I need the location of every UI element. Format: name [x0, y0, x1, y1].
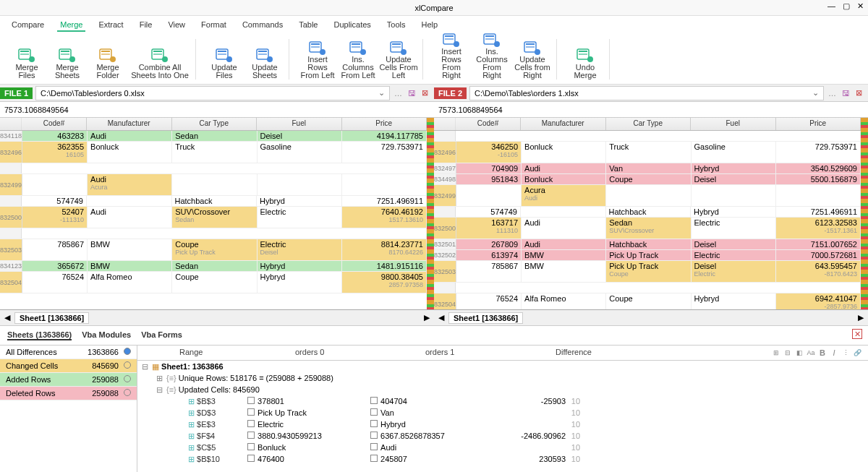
summary-row[interactable]: All Differences1363866 [0, 346, 137, 359]
col-Manufacturer[interactable]: Manufacturer [521, 118, 606, 130]
left-grid[interactable]: 834118463283AudiSedanDeisel4194.11778583… [0, 131, 427, 309]
diff-item[interactable]: ⊞ $C$5BonluckAudi10 [137, 442, 868, 453]
diff-item[interactable]: ⊞ $F$43880.94305992136367.8526878357-248… [137, 430, 868, 442]
icon[interactable]: ◧ [794, 348, 804, 358]
left-formula[interactable]: 7573.1068849564 [0, 102, 434, 118]
close-icon[interactable]: ✕ [857, 1, 864, 11]
menu-duplicates[interactable]: Duplicates [331, 19, 373, 32]
ribbon-merge-files[interactable]: Merge Files [7, 39, 46, 80]
diff-root[interactable]: ⊟▦ Sheet1: 1363866 [137, 361, 868, 372]
col-Price[interactable]: Price [342, 118, 427, 130]
table-row[interactable] [0, 228, 427, 239]
ribbon-ins-rows-l[interactable]: Insert Rows From Left [298, 39, 337, 80]
table-row[interactable] [434, 283, 861, 293]
maximize-icon[interactable]: ▢ [843, 1, 850, 11]
summary-row[interactable]: Deleted Rows259088 [0, 387, 137, 400]
table-row[interactable]: 83250476524Alfa RomeoCoupeHybryd9800.384… [0, 272, 427, 293]
table-row[interactable]: 832503785867BMWCoupePick Up TrackElectri… [0, 239, 427, 261]
ribbon-upd-cells-l[interactable]: Update Cells From Left [379, 39, 418, 80]
ribbon-merge-sheets[interactable]: Merge Sheets [48, 39, 87, 80]
save-icon[interactable]: 🖫 [407, 89, 417, 98]
col-Code#[interactable]: Code# [22, 118, 87, 130]
ribbon-merge-folder[interactable]: Merge Folder [88, 39, 127, 80]
ribbon-combine[interactable]: Combine All Sheets Into One [129, 39, 191, 80]
col-Manufacturer[interactable]: Manufacturer [87, 118, 172, 130]
sheet-tab[interactable]: Sheet1 [1363866] [14, 312, 89, 324]
close-file-icon[interactable]: ⊠ [420, 88, 430, 98]
diff-item[interactable]: ⊞ $B$3378801404704-2590310 [137, 395, 868, 407]
icon[interactable]: ⋮ [841, 348, 851, 358]
ribbon-update-sheets[interactable]: Update Sheets [245, 39, 284, 80]
ribbon-update-files[interactable]: Update Files [205, 39, 244, 80]
diff-item[interactable]: ⊞ $B$1047640024580723059310 [137, 453, 868, 465]
diff-item[interactable]: ⊞ $D$3Pick Up TrackVan10 [137, 407, 868, 419]
table-row[interactable]: 832503785867BMWPick Up TrackCoupeDeiselE… [434, 261, 861, 283]
right-formula[interactable]: 7573.1068849564 [434, 102, 868, 118]
ribbon-ins-rows-r[interactable]: Insert Rows From Right [432, 39, 471, 80]
table-row[interactable] [0, 163, 427, 174]
menu-commands[interactable]: Commands [239, 19, 286, 32]
dots-icon[interactable]: … [393, 89, 404, 98]
diff-scroll-strip[interactable] [861, 118, 868, 309]
menu-compare[interactable]: Compare [9, 19, 47, 32]
table-row[interactable]: 834123365672BMWSedanHybryd1481.915116 [0, 261, 427, 272]
menu-view[interactable]: View [165, 19, 188, 32]
col-Fuel[interactable]: Fuel [257, 118, 342, 130]
icon[interactable]: Aa [806, 348, 816, 358]
table-row[interactable]: 83250476524Alfa RomeoCoupeHybryd6942.410… [434, 293, 861, 309]
diff-scroll-strip[interactable] [427, 118, 434, 309]
dots-icon[interactable]: … [827, 89, 838, 98]
ribbon-upd-cells-r[interactable]: Update Cells from Right [513, 39, 552, 80]
summary-row[interactable]: Changed Cells845690 [0, 359, 137, 373]
menu-help[interactable]: Help [419, 19, 441, 32]
col-Price[interactable]: Price [776, 118, 861, 130]
chevron-down-icon[interactable]: ⌄ [812, 88, 819, 98]
table-row[interactable]: 832502613974BMWPick Up TrackElectric7000… [434, 250, 861, 261]
diff-unique[interactable]: ⊞{≡} Unique Rows: 518176 = (259088 + 259… [137, 372, 868, 384]
table-row[interactable]: 832501267809AudiHatchbackDeisel7151.0076… [434, 239, 861, 250]
table-row[interactable]: 574749HatchbackHybryd7251.496911 [434, 207, 861, 218]
left-path-input[interactable]: C:\Demo\Tables\orders 0.xlsx ⌄ [35, 86, 390, 100]
italic-icon[interactable]: I [829, 348, 839, 358]
col-Code#[interactable]: Code# [456, 118, 521, 130]
close-panel-icon[interactable]: ✕ [852, 329, 862, 339]
ribbon-ins-cols-l[interactable]: Ins. Columns From Left [339, 39, 378, 80]
sheet-nav-next-icon[interactable]: ▶ [424, 313, 430, 322]
table-row[interactable]: 83249636235516105BonluckTruckGasoline729… [0, 142, 427, 163]
ribbon-ins-cols-r[interactable]: Ins. Columns From Right [472, 39, 511, 80]
diff-rows[interactable]: ⊟▦ Sheet1: 1363866 ⊞{≡} Unique Rows: 518… [137, 361, 868, 472]
table-row[interactable]: 834498951843BonluckCoupeDeisel5500.15687… [434, 174, 861, 185]
col-Car Type[interactable]: Car Type [606, 118, 692, 130]
menu-extract[interactable]: Extract [95, 19, 126, 32]
col-Car Type[interactable]: Car Type [172, 118, 258, 130]
lower-tab[interactable]: Sheets (1363866) [7, 330, 72, 340]
table-row[interactable]: 832499AudiAcura [0, 174, 427, 196]
col-Fuel[interactable]: Fuel [691, 118, 776, 130]
table-row[interactable]: 832500163717111310AudiSedanSUV\Crossover… [434, 218, 861, 239]
lower-tab[interactable]: Vba Modules [82, 330, 131, 340]
sheet-tab[interactable]: Sheet1 [1363866] [448, 312, 523, 324]
sheet-nav-next-icon[interactable]: ▶ [858, 313, 864, 322]
menu-table[interactable]: Table [296, 19, 320, 32]
menu-merge[interactable]: Merge [57, 19, 85, 32]
sheet-nav-prev-icon[interactable]: ◀ [4, 313, 10, 322]
table-row[interactable]: 832497704909AudiVanHybryd3540.529609 [434, 163, 861, 174]
chevron-down-icon[interactable]: ⌄ [378, 88, 385, 98]
summary-row[interactable]: Added Rows259088 [0, 373, 137, 387]
table-row[interactable]: 574749HatchbackHybryd7251.496911 [0, 196, 427, 207]
menu-file[interactable]: File [137, 19, 156, 32]
ribbon-undo[interactable]: Undo Merge [566, 39, 605, 80]
close-file-icon[interactable]: ⊠ [854, 88, 864, 98]
lower-tab[interactable]: Vba Forms [141, 330, 182, 340]
table-row[interactable] [434, 131, 861, 142]
icon[interactable]: ⊞ [771, 348, 781, 358]
link-icon[interactable]: 🔗 [852, 348, 862, 358]
icon[interactable]: ⊟ [783, 348, 793, 358]
diff-item[interactable]: ⊞ $E$3ElectricHybryd10 [137, 419, 868, 430]
diff-updated[interactable]: ⊟{≡} Updated Cells: 845690 [137, 384, 868, 395]
sheet-nav-prev-icon[interactable]: ◀ [438, 313, 444, 322]
table-row[interactable]: 834118463283AudiSedanDeisel4194.117785 [0, 131, 427, 142]
minimize-icon[interactable]: — [827, 1, 835, 11]
table-row[interactable]: 83250052407-111310AudiSUV\CrossoverSedan… [0, 207, 427, 228]
right-grid[interactable]: 832496346250-16105BonluckTruckGasoline72… [434, 131, 861, 309]
